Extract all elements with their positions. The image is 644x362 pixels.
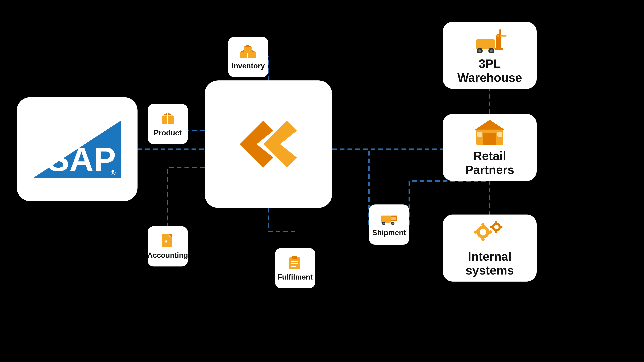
- module-inventory: Inventory: [228, 37, 268, 77]
- partner-retail: Retail Partners: [443, 114, 537, 181]
- sap-logo: SAP ®: [34, 121, 121, 178]
- svg-rect-11: [248, 52, 256, 58]
- svg-rect-64: [500, 226, 502, 228]
- svg-text:$: $: [164, 239, 167, 244]
- svg-point-23: [383, 223, 384, 224]
- sap-box: SAP ®: [17, 97, 138, 201]
- svg-rect-9: [240, 52, 247, 58]
- accounting-icon: $: [161, 233, 174, 248]
- svg-point-38: [490, 49, 493, 52]
- fulfilment-icon: [288, 255, 302, 270]
- inventory-label: Inventory: [232, 61, 265, 70]
- svg-rect-21: [392, 217, 396, 220]
- svg-rect-29: [291, 263, 298, 264]
- svg-rect-63: [496, 231, 498, 233]
- svg-point-51: [480, 229, 486, 236]
- module-product: Product: [148, 104, 188, 144]
- module-accounting: $ Accounting: [148, 226, 188, 267]
- svg-marker-41: [474, 120, 505, 130]
- product-icon: [160, 111, 175, 126]
- svg-point-36: [478, 49, 481, 52]
- inventory-icon: [239, 44, 258, 59]
- product-label: Product: [154, 129, 182, 137]
- hub-box: [204, 80, 332, 208]
- hub-logo-svg: [230, 117, 307, 171]
- svg-rect-30: [291, 266, 296, 267]
- svg-rect-39: [500, 29, 501, 48]
- svg-rect-40: [500, 35, 506, 36]
- shipment-label: Shipment: [372, 228, 406, 237]
- svg-marker-14: [244, 45, 252, 47]
- retail-label: Retail Partners: [465, 149, 514, 177]
- svg-rect-27: [292, 256, 297, 259]
- warehouse-icon: [473, 26, 506, 53]
- svg-rect-33: [495, 48, 503, 50]
- internal-label: Internal systems: [466, 250, 514, 277]
- fulfilment-label: Fulfilment: [278, 273, 313, 282]
- svg-rect-28: [291, 261, 298, 262]
- diagram-container: SAP ® Product: [0, 0, 644, 362]
- svg-point-25: [392, 223, 394, 224]
- warehouse-label: 3PL Warehouse: [457, 57, 522, 85]
- svg-rect-62: [496, 221, 498, 223]
- retail-icon: [473, 118, 506, 145]
- svg-rect-48: [477, 132, 482, 137]
- svg-rect-13: [244, 47, 252, 53]
- sap-svg: SAP ®: [34, 121, 121, 178]
- svg-rect-65: [490, 226, 493, 228]
- module-fulfilment: Fulfilment: [275, 248, 315, 288]
- module-shipment: Shipment: [369, 204, 409, 245]
- accounting-label: Accounting: [148, 251, 188, 260]
- partner-3pl: 3PL Warehouse: [443, 22, 537, 89]
- shipment-icon: [381, 212, 398, 226]
- partner-internal: Internal systems: [443, 215, 537, 282]
- svg-rect-32: [496, 34, 500, 49]
- svg-rect-19: [381, 216, 391, 223]
- internal-icon: [473, 219, 506, 246]
- svg-rect-49: [498, 132, 502, 137]
- svg-point-61: [494, 225, 498, 229]
- svg-text:®: ®: [111, 169, 116, 176]
- svg-text:SAP: SAP: [47, 141, 116, 178]
